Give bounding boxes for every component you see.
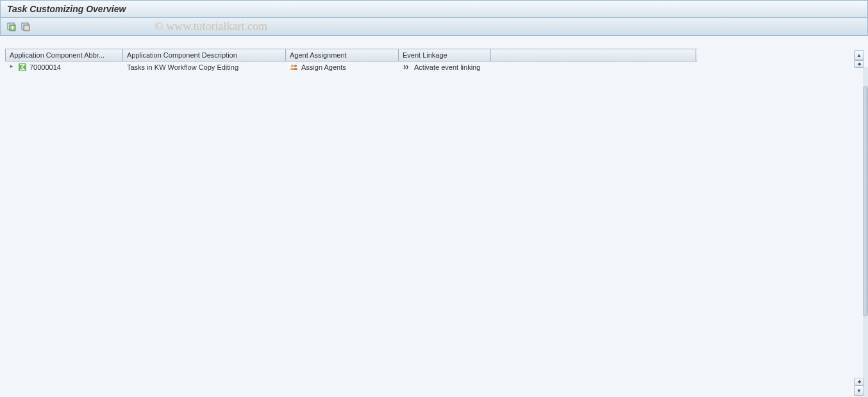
event-link-icon	[403, 63, 412, 72]
scroll-marker-bottom-button[interactable]: ◆	[854, 378, 864, 385]
collapse-all-button[interactable]	[20, 21, 31, 33]
cell-event[interactable]: Activate event linking	[399, 62, 491, 72]
cell-abbr: 70000014	[5, 62, 123, 72]
toolbar: © www.tutorialkart.com	[0, 18, 868, 36]
outer-scroll-top: ▲ ◆	[854, 50, 864, 68]
column-header-desc[interactable]: Application Component Description	[123, 49, 286, 61]
page-title: Task Customizing Overview	[7, 4, 126, 14]
svg-point-8	[291, 65, 294, 67]
column-header-last[interactable]	[491, 49, 696, 61]
table-row[interactable]: 70000014 Tasks in KW Workflow Copy Editi…	[5, 61, 697, 73]
scroll-up-button[interactable]: ▲	[854, 50, 864, 60]
inner-scrollbar[interactable]	[863, 67, 868, 397]
scroll-down-button[interactable]: ▼	[854, 385, 864, 396]
cell-abbr-text: 70000014	[29, 63, 61, 71]
content-area: Application Component Abbr... Applicatio…	[0, 36, 868, 397]
cell-agent-text: Assign Agents	[301, 63, 346, 71]
cell-event-text: Activate event linking	[414, 63, 480, 71]
sigma-icon	[18, 63, 27, 72]
agents-icon	[290, 63, 299, 72]
watermark: © www.tutorialkart.com	[154, 20, 267, 33]
cell-desc: Tasks in KW Workflow Copy Editing	[123, 63, 286, 72]
table-header: Application Component Abbr... Applicatio…	[5, 49, 697, 61]
cell-last	[491, 67, 696, 68]
column-header-event[interactable]: Event Linkage	[399, 49, 491, 61]
task-table: Application Component Abbr... Applicatio…	[5, 49, 697, 73]
column-header-abbr[interactable]: Application Component Abbr...	[5, 49, 123, 61]
scrollbar-thumb[interactable]	[863, 86, 868, 316]
scroll-marker-button[interactable]: ◆	[854, 60, 864, 68]
expand-all-button[interactable]	[6, 21, 17, 33]
cell-agent[interactable]: Assign Agents	[286, 62, 399, 72]
outer-scroll-bottom: ◆ ▼	[854, 378, 864, 396]
cell-desc-text: Tasks in KW Workflow Copy Editing	[127, 63, 238, 71]
tree-expand-icon[interactable]	[9, 65, 13, 69]
svg-point-9	[294, 65, 297, 67]
column-header-agent[interactable]: Agent Assignment	[286, 49, 399, 61]
title-bar: Task Customizing Overview	[0, 0, 868, 18]
